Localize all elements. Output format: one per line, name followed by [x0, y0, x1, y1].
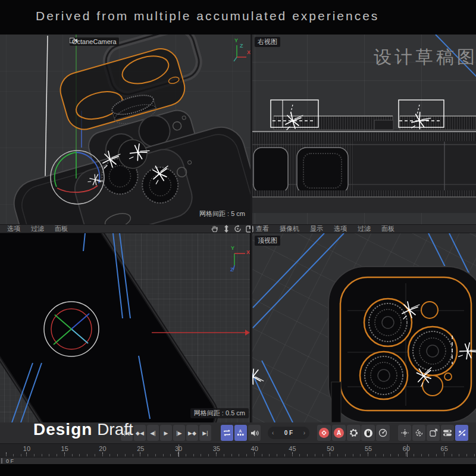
keyframe-diamond-icon [319, 428, 329, 438]
autokey-a-icon: A [334, 428, 344, 438]
app-window: Derived from multiple accumulated experi… [0, 0, 476, 476]
key-position-button[interactable] [398, 425, 411, 441]
menu-item[interactable]: 选项 [334, 224, 347, 233]
transport-button[interactable]: ▶ [160, 425, 172, 441]
frame-increment[interactable]: › [303, 430, 305, 436]
sound-toggle-button[interactable] [248, 425, 261, 441]
keyframe-settings-button[interactable] [347, 425, 361, 441]
perspective-canvas [0, 35, 250, 224]
viewport-front-view[interactable]: Y X Z 网格间距 : 0.5 cm [0, 233, 250, 422]
key-pla-button[interactable] [455, 425, 468, 441]
page-title: Derived from multiple accumulated experi… [36, 9, 379, 23]
preview-range-marker-start[interactable] [178, 444, 179, 457]
bottom-band [0, 464, 476, 476]
range-start-handle[interactable] [1, 458, 2, 464]
viewport-name-badge: 右视图 [255, 37, 280, 47]
timeline-range-bar[interactable]: 0 F [0, 457, 476, 464]
menu-item[interactable]: 选项 [7, 224, 20, 233]
viewport-top-view[interactable]: 顶视图 [252, 233, 476, 422]
loop-playback-button[interactable] [221, 425, 233, 441]
record-buttons: A [317, 425, 361, 441]
camera-name-label[interactable]: OctaneCamera [70, 37, 119, 46]
transport-button[interactable]: ▶| [199, 425, 211, 441]
transport-controls: |◀◆◀◀|▶|▶▶◆▶| [121, 425, 211, 441]
autokeying-button[interactable]: A [332, 425, 346, 441]
design-draft-stamp: Design Draft [33, 420, 133, 439]
move-vertical-icon[interactable] [223, 225, 230, 233]
menu-item[interactable]: 查看 [256, 224, 269, 233]
current-frame-value: 0 F [284, 430, 293, 436]
autokey-mode-button[interactable]: A [234, 425, 247, 441]
current-frame-spinner[interactable]: ‹ 0 F › [268, 427, 309, 439]
pan-hand-icon[interactable] [211, 225, 219, 233]
viewport-name-badge: 顶视图 [255, 236, 280, 246]
right-viewport-menu: 查看摄像机显示选项过滤面板 [256, 224, 394, 233]
record-objects-button[interactable] [361, 425, 375, 441]
ruler-number: 55 [349, 445, 387, 452]
left-viewport-menu: 选项过滤面板 [7, 224, 68, 233]
ruler-number: 15 [46, 445, 84, 452]
parameter-sliders-icon [443, 429, 452, 437]
timeline-toolbar: Design Draft |◀◆◀◀|▶|▶▶◆▶| A ‹ 0 F › [0, 422, 476, 443]
move-axes-icon [400, 428, 409, 437]
menu-item[interactable]: 面板 [381, 224, 394, 233]
menu-item[interactable]: 过滤 [358, 224, 371, 233]
keying-filter-buttons [398, 425, 468, 441]
dial-icon [378, 428, 387, 437]
key-parameter-button[interactable] [441, 425, 454, 441]
viewport-right-view[interactable]: 右视图 设计草稿图 [252, 35, 476, 224]
ruler-minor-ticks [0, 454, 476, 456]
transport-button[interactable]: ▶◆ [186, 425, 198, 441]
playback-option-buttons: A [221, 425, 261, 441]
grid-spacing-badge: 网格间距 : 0.5 cm [190, 408, 249, 418]
ruler-number: 25 [121, 445, 159, 452]
ruler-numbers: 101520253035404550556065 [8, 445, 464, 452]
svg-text:A: A [239, 429, 242, 433]
frame-decrement[interactable]: ‹ [272, 430, 274, 436]
transport-button[interactable]: |▶ [173, 425, 185, 441]
top-view-canvas [252, 233, 476, 422]
rotate-icon [415, 428, 424, 437]
menu-item[interactable]: 显示 [310, 224, 323, 233]
transport-button[interactable]: ◀| [147, 425, 159, 441]
menu-item[interactable]: 面板 [55, 224, 68, 233]
ruler-number: 65 [425, 445, 464, 452]
range-start-label: 0 F [6, 458, 14, 464]
ruler-number: 10 [8, 445, 46, 452]
stamp-word-light: Draft [97, 420, 133, 439]
ruler-number: 40 [236, 445, 274, 452]
grid-spacing-badge: 网格间距 : 5 cm [196, 209, 249, 219]
record-scope-buttons [361, 425, 390, 441]
point-level-animation-icon [458, 428, 466, 437]
title-band: Derived from multiple accumulated experi… [0, 0, 476, 35]
record-keyframe-button[interactable] [317, 425, 331, 441]
preview-range-marker-end[interactable] [407, 444, 408, 457]
camera-icon [70, 37, 77, 43]
ruler-number: 50 [311, 445, 349, 452]
viewport-menubar: 选项过滤面板 查看摄像机显示选项过滤面板 [0, 224, 476, 233]
draft-stamp-cn: 设计草稿图 [374, 45, 476, 70]
ruler-number: 35 [198, 445, 236, 452]
timeline-ruler[interactable]: 101520253035404550556065 [0, 443, 476, 457]
toggle-view-icon[interactable] [246, 226, 253, 233]
viewport-perspective[interactable]: OctaneCamera Y Z X 网格间距 : 5 cm [0, 35, 250, 224]
rotate-view-icon[interactable] [234, 225, 242, 233]
camera-name-text: OctaneCamera [72, 38, 117, 45]
menu-item[interactable]: 摄像机 [280, 224, 299, 233]
scale-icon [429, 428, 438, 437]
ruler-number: 20 [84, 445, 122, 452]
viewport-nav-icons [211, 225, 253, 233]
key-rotation-button[interactable] [412, 425, 425, 441]
menu-item[interactable]: 过滤 [31, 224, 44, 233]
ruler-number: 60 [387, 445, 425, 452]
gear-icon [349, 428, 358, 437]
front-view-canvas [0, 233, 250, 422]
key-scale-button[interactable] [427, 425, 440, 441]
record-dial-button[interactable] [376, 425, 390, 441]
ruler-number: 45 [274, 445, 312, 452]
mouse-icon [364, 428, 373, 438]
stamp-word-bold: Design [33, 420, 92, 439]
transport-button[interactable]: ◆◀ [134, 425, 146, 441]
